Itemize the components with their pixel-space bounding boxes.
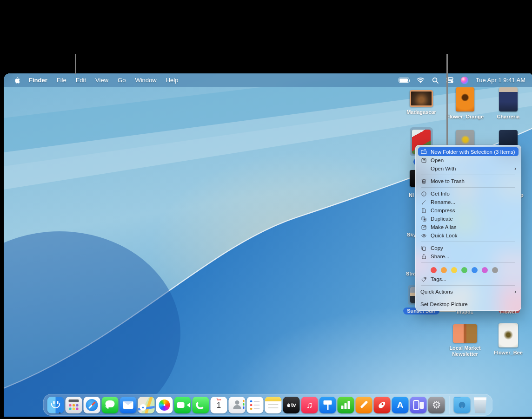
- dock-pages-icon[interactable]: [356, 397, 372, 413]
- menu-go[interactable]: Go: [113, 73, 130, 87]
- dock-iphone-mirroring-icon[interactable]: [410, 397, 427, 413]
- menu-item-open[interactable]: Open: [416, 156, 521, 164]
- flower-bee-thumbnail: [499, 323, 518, 347]
- menu-item-label: Quick Actions: [420, 289, 453, 295]
- menu-item-label: New Folder with Selection (3 Items): [431, 149, 515, 155]
- desktop-icon-label: Charreria: [497, 114, 520, 120]
- info-icon: [420, 190, 427, 197]
- menu-item-label: Tags...: [431, 276, 446, 282]
- menu-item-get-info[interactable]: Get Info: [416, 190, 521, 198]
- madagascar-thumbnail: [410, 90, 433, 107]
- tag-green[interactable]: [461, 267, 467, 273]
- siri-icon[interactable]: [461, 77, 468, 84]
- menu-item-label: Open With: [431, 166, 456, 171]
- menu-item-move-to-trash[interactable]: Move to Trash: [416, 177, 521, 185]
- dock-downloads-folder-icon[interactable]: ↓: [454, 397, 471, 413]
- menu-item-copy[interactable]: Copy: [416, 244, 521, 252]
- tag-purple[interactable]: [482, 267, 488, 273]
- callout-line-view-menu: [75, 54, 76, 74]
- open-icon: [420, 157, 427, 164]
- dock-trash-icon[interactable]: [472, 397, 489, 413]
- tag-red[interactable]: [431, 267, 437, 273]
- dock-apple-tv-icon[interactable]: tv: [283, 397, 300, 413]
- dock-photos-icon[interactable]: [156, 397, 173, 413]
- menu-item-share[interactable]: Share...: [416, 252, 521, 261]
- dock-calendar-icon[interactable]: Tue1: [211, 397, 227, 413]
- eye-icon: [420, 232, 427, 239]
- desktop-icon-label: Local Market Newsletter: [447, 345, 483, 357]
- menu-item-tags[interactable]: Tags...: [416, 275, 521, 283]
- dock-reminders-icon[interactable]: [247, 397, 264, 413]
- menu-item-quick-look[interactable]: Quick Look: [416, 231, 521, 240]
- dock-launchpad-icon[interactable]: [66, 397, 82, 413]
- menu-help[interactable]: Help: [161, 73, 183, 87]
- desktop-icon-charreria[interactable]: Charreria: [488, 87, 529, 120]
- menu-item-rename[interactable]: Rename...: [416, 198, 521, 206]
- menu-finder[interactable]: Finder: [24, 73, 52, 87]
- dock-system-settings-icon[interactable]: ⚙: [428, 397, 445, 413]
- menu-item-label: Open: [431, 157, 444, 163]
- desktop-icon-madagascar[interactable]: Madagascar: [401, 90, 442, 115]
- menu-item-open-with[interactable]: Open With ›: [416, 164, 521, 173]
- finder-running-indicator: [59, 412, 61, 413]
- pencil-icon: [420, 199, 427, 206]
- dock-games-icon[interactable]: [374, 397, 391, 413]
- dock-maps-icon[interactable]: ▲: [138, 397, 155, 413]
- menu-item-new-folder-with-selection[interactable]: New Folder with Selection (3 Items): [418, 147, 519, 156]
- apple-menu[interactable]: [10, 77, 24, 84]
- dock-mail-icon[interactable]: [120, 397, 137, 413]
- screenshot-page: Finder File Edit View Go Window Help: [0, 0, 532, 419]
- dock-phone-icon[interactable]: [193, 397, 209, 413]
- spotlight-search-icon[interactable]: [432, 77, 439, 84]
- tag-blue[interactable]: [472, 267, 478, 273]
- tag-orange[interactable]: [441, 267, 447, 273]
- desktop-icon-label: Flower_Bee: [494, 350, 523, 356]
- menu-item-make-alias[interactable]: Make Alias: [416, 223, 521, 231]
- new-folder-icon: [420, 148, 427, 155]
- menu-window[interactable]: Window: [130, 73, 161, 87]
- menu-bar-clock[interactable]: Tue Apr 1 9:41 AM: [476, 77, 525, 84]
- dock-contacts-icon[interactable]: [229, 397, 246, 413]
- menu-item-label: Copy: [431, 245, 443, 251]
- menu-separator: [421, 262, 515, 263]
- dock-app-store-icon[interactable]: A: [392, 397, 409, 413]
- tag-gray[interactable]: [492, 267, 498, 273]
- menu-separator: [421, 298, 515, 298]
- newsletter-thumbnail: [453, 324, 477, 343]
- dock-messages-icon[interactable]: [102, 397, 119, 413]
- dock-keynote-icon[interactable]: [319, 397, 336, 413]
- menu-item-set-desktop-picture[interactable]: Set Desktop Picture: [416, 300, 521, 308]
- menu-item-label: Quick Look: [431, 233, 458, 238]
- menu-file[interactable]: File: [52, 73, 71, 87]
- battery-icon[interactable]: [399, 78, 409, 83]
- menu-item-duplicate[interactable]: Duplicate: [416, 215, 521, 223]
- partial-label-sky: Sky: [407, 232, 416, 237]
- menu-item-label: Duplicate: [431, 216, 453, 222]
- menu-view[interactable]: View: [91, 73, 113, 87]
- desktop-icon-flower-orange[interactable]: Flower_Orange: [445, 87, 485, 120]
- dock-finder-icon[interactable]: [47, 397, 64, 413]
- duplicate-icon: [420, 216, 427, 223]
- menu-separator: [421, 175, 515, 175]
- compress-icon: [420, 207, 427, 214]
- dock-safari-icon[interactable]: [84, 397, 100, 413]
- tag-color-row: [416, 265, 521, 275]
- dock-facetime-icon[interactable]: [174, 397, 191, 413]
- menu-item-compress[interactable]: Compress: [416, 206, 521, 215]
- menu-item-label: Get Info: [431, 191, 450, 196]
- menu-edit[interactable]: Edit: [71, 73, 91, 87]
- wifi-icon[interactable]: [417, 77, 425, 83]
- desktop-icon-local-market-newsletter[interactable]: Local Market Newsletter: [445, 324, 485, 357]
- desktop-icon-flower-bee[interactable]: Flower_Bee: [488, 323, 529, 356]
- copy-icon: [420, 245, 427, 252]
- dock-music-icon[interactable]: ♫: [301, 397, 318, 413]
- dock-numbers-icon[interactable]: [338, 397, 354, 413]
- dock-notes-icon[interactable]: [265, 397, 282, 413]
- share-icon: [420, 253, 427, 260]
- tag-yellow[interactable]: [451, 267, 457, 273]
- menu-item-label: Move to Trash: [431, 178, 465, 184]
- menu-item-label: Rename...: [431, 199, 455, 205]
- partial-label-stra: Stra: [406, 271, 416, 276]
- dock: ▲ Tue1 tv ♫ A ⚙ ↓: [43, 394, 493, 416]
- menu-item-quick-actions[interactable]: Quick Actions ›: [416, 288, 521, 296]
